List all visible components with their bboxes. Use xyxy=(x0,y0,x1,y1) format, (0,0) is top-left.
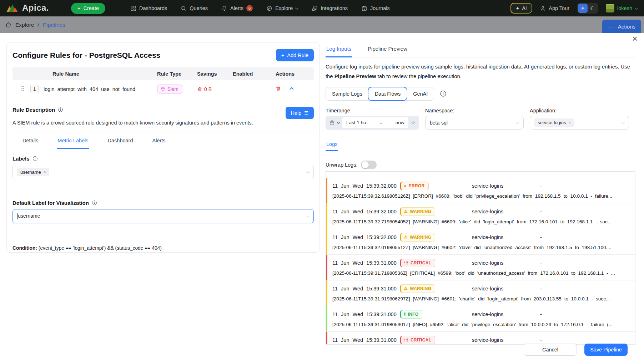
nav-label: Journals xyxy=(370,5,390,11)
timerange-picker[interactable]: Last 1 ho → now ☆ xyxy=(326,116,419,130)
severity-icon: × xyxy=(404,184,407,188)
collapse-rule-chevron[interactable] xyxy=(290,87,293,91)
rule-name: login_attempt_with_404_use_not_found xyxy=(44,86,135,92)
severity-label: WARNING xyxy=(410,235,431,240)
ai-button[interactable]: ✦ AI xyxy=(510,3,532,13)
label-chip-username: username × xyxy=(17,168,49,176)
nav-item-explore[interactable]: Explore xyxy=(266,5,298,11)
sample-logs-button[interactable]: Sample Logs xyxy=(326,87,368,100)
clipped-log-row: [2025-06-11T15:39:3...] [...] #...: '...… xyxy=(326,172,635,178)
severity-badge: !!! CRITICAL xyxy=(400,336,435,344)
log-list[interactable]: [2025-06-11T15:39:3...] [...] #...: '...… xyxy=(326,171,635,345)
severity-icon: !!! xyxy=(404,338,408,342)
rule-type-label: Siem xyxy=(167,86,178,92)
actions-button[interactable]: ··· Actions xyxy=(602,20,641,33)
log-row[interactable]: 11 Jun Wed 15:39:31.000 ℹ INFO service-l… xyxy=(326,306,635,332)
tab-dashboard[interactable]: Dashboard xyxy=(107,133,134,149)
breadcrumb-section[interactable]: Explore xyxy=(15,22,34,28)
table-header-row: Rule Name Rule Type Savings Enabled Acti… xyxy=(12,67,314,80)
username: lokesh xyxy=(617,5,632,11)
alerts-count-badge: 6 xyxy=(246,5,253,11)
theme-toggle[interactable]: ☀ ☾ xyxy=(577,3,598,14)
rule-description-heading: Rule Description xyxy=(12,107,63,113)
chip-remove-icon[interactable]: × xyxy=(568,120,571,125)
trash-icon xyxy=(197,86,202,92)
nav-item-alerts[interactable]: Alerts 6 xyxy=(221,5,253,11)
divider xyxy=(12,240,314,240)
tab-metric-labels[interactable]: Metric Labels xyxy=(57,133,89,149)
nav-item-queries[interactable]: Queries xyxy=(181,5,208,11)
shield-icon xyxy=(161,87,165,91)
log-application: service-logins xyxy=(443,209,532,214)
log-application: service-logins xyxy=(443,311,532,317)
labels-multiselect[interactable]: username × xyxy=(12,165,314,179)
apica-logo[interactable]: Apica. xyxy=(6,3,49,13)
genai-button[interactable]: GenAI xyxy=(407,87,434,100)
breadcrumb-separator: / xyxy=(38,22,39,28)
rules-table: Rule Name Rule Type Savings Enabled Acti… xyxy=(12,67,314,98)
severity-label: CRITICAL xyxy=(411,338,431,343)
log-row[interactable]: 11 Jun Wed 15:39:32.000 ⚠ WARNING servic… xyxy=(326,229,635,255)
rule-type-badge[interactable]: Siem xyxy=(157,85,183,93)
namespace-label: Namespace: xyxy=(425,108,524,113)
nav-label: Dashboards xyxy=(139,5,167,11)
info-icon[interactable] xyxy=(440,90,447,97)
info-icon[interactable] xyxy=(32,156,38,161)
add-rule-button[interactable]: + Add Rule xyxy=(276,49,314,61)
application-select[interactable]: service-logins × xyxy=(530,116,629,130)
person-icon xyxy=(540,5,546,11)
info-icon[interactable] xyxy=(92,200,97,206)
breadcrumb-page[interactable]: Pipelines xyxy=(43,22,65,28)
create-button[interactable]: + Create xyxy=(71,3,105,14)
severity-icon: ⚠ xyxy=(404,209,408,214)
help-button[interactable]: Help ☰ xyxy=(286,107,314,119)
log-row[interactable]: 11 Jun Wed 15:39:32.000 ⚠ WARNING servic… xyxy=(326,203,635,229)
home-icon[interactable] xyxy=(5,21,12,28)
labels-heading: Labels xyxy=(12,156,314,162)
tab-logs[interactable]: Logs xyxy=(326,141,338,151)
data-flows-button[interactable]: Data Flows xyxy=(368,87,407,100)
sun-icon[interactable]: ☀ xyxy=(578,4,588,13)
moon-icon[interactable]: ☾ xyxy=(588,4,597,13)
log-message: [2025-06-11T15:39:32.719805405Z] [WARNIN… xyxy=(332,219,630,224)
namespace-select[interactable]: beta-sql xyxy=(425,116,524,130)
add-rule-label: Add Rule xyxy=(287,52,308,58)
tab-alerts[interactable]: Alerts xyxy=(152,133,166,149)
integrations-icon xyxy=(312,5,318,11)
log-row[interactable]: 11 Jun Wed 15:39:32.000 × ERROR service-… xyxy=(326,178,635,203)
tab-details[interactable]: Details xyxy=(22,133,39,149)
rule-tabs: Details Metric Labels Dashboard Alerts xyxy=(12,133,314,149)
severity-badge: ⚠ WARNING xyxy=(400,207,435,216)
actions-label: Actions xyxy=(618,24,635,30)
cancel-button[interactable]: Cancel xyxy=(524,344,577,356)
trash-icon xyxy=(276,86,281,91)
log-row[interactable]: 11 Jun Wed 15:39:31.000 ⚠ WARNING servic… xyxy=(326,280,635,306)
nav-item-dashboards[interactable]: Dashboards xyxy=(130,5,167,11)
severity-badge: ⚠ WARNING xyxy=(400,284,435,293)
chevron-down-icon xyxy=(635,6,638,10)
default-label-select[interactable]: username xyxy=(12,209,314,223)
drag-handle-icon[interactable] xyxy=(20,85,25,93)
log-row[interactable]: 11 Jun Wed 15:39:31.000 !!! CRITICAL ser… xyxy=(326,332,635,345)
log-message: [2025-06-11T15:39:31.019805301Z] [INFO] … xyxy=(332,322,630,327)
app-tour-button[interactable]: App Tour xyxy=(540,5,569,11)
log-application: service-logins xyxy=(443,286,532,291)
unwrap-logs-toggle[interactable] xyxy=(361,161,377,169)
log-row[interactable]: 11 Jun Wed 15:39:31.000 !!! CRITICAL ser… xyxy=(326,255,635,280)
tab-pipeline-preview[interactable]: Pipeline Preview xyxy=(367,42,408,57)
top-nav: Apica. + Create Dashboards Queries Alert… xyxy=(0,0,644,16)
nav-item-integrations[interactable]: Integrations xyxy=(312,5,348,11)
chip-remove-icon[interactable]: × xyxy=(44,169,46,174)
user-menu[interactable]: lokesh xyxy=(606,4,638,12)
severity-icon: ℹ xyxy=(404,312,406,316)
default-label-value: username xyxy=(18,213,40,219)
tab-log-inputs[interactable]: Log Inputs xyxy=(326,42,352,57)
journal-calendar-icon xyxy=(361,5,367,11)
delete-rule-button[interactable] xyxy=(276,86,281,92)
save-pipeline-button[interactable]: Save Pipeline xyxy=(584,344,628,356)
nav-item-journals[interactable]: Journals xyxy=(361,5,390,11)
info-icon[interactable] xyxy=(58,107,63,112)
breadcrumb-bar: Explore / Pipelines ··· Actions xyxy=(0,16,644,33)
severity-icon: !!! xyxy=(404,261,408,265)
star-icon[interactable]: ☆ xyxy=(411,120,416,126)
